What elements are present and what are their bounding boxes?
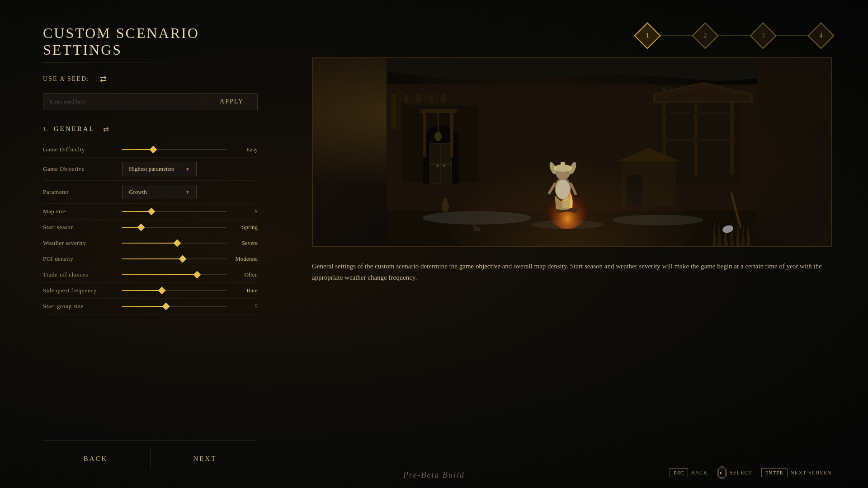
setting-control: Often: [122, 271, 258, 278]
slider-fill: [122, 290, 162, 291]
page-title: Custom Scenario Settings: [43, 25, 258, 58]
slider-track[interactable]: [122, 227, 226, 228]
setting-row: Start seasonSpring: [43, 220, 258, 235]
setting-label: Weather severity: [43, 239, 122, 247]
setting-row: POI densityModerate: [43, 251, 258, 267]
slider-value: Often: [233, 271, 258, 278]
slider-track[interactable]: [122, 290, 226, 291]
slider-track[interactable]: [122, 243, 226, 244]
slider-fill: [122, 149, 153, 150]
svg-rect-24: [662, 112, 730, 114]
step-diamond[interactable]: 2: [694, 25, 716, 47]
slider-thumb: [174, 239, 181, 247]
description-text: General settings of the custom scenario …: [312, 261, 832, 283]
setting-control: Rare: [122, 287, 258, 294]
right-panel: 1234: [298, 0, 868, 488]
step-connector: [716, 35, 752, 36]
slider-fill: [122, 211, 151, 212]
svg-rect-49: [420, 109, 457, 113]
setting-row: Game ObjectiveHighest parameters▼: [43, 158, 258, 181]
step-diamond[interactable]: 3: [752, 25, 774, 47]
setting-label: Trade-off choices: [43, 271, 122, 278]
setting-label: POI density: [43, 255, 122, 263]
left-panel: Custom Scenario Settings USE A SEED: ⇄ A…: [0, 0, 298, 488]
slider-value: S: [233, 208, 258, 215]
dropdown-value: Growth: [129, 188, 147, 196]
setting-label: Parameter: [43, 188, 122, 196]
setting-row: Trade-off choicesOften: [43, 267, 258, 283]
section-number: 1.: [43, 125, 48, 132]
seed-shuffle-button[interactable]: ⇄: [97, 72, 110, 86]
slider-track[interactable]: [122, 306, 226, 307]
slider-track[interactable]: [122, 211, 226, 212]
step-indicators: 1234: [312, 25, 832, 47]
setting-row: Game DifficultyEasy: [43, 142, 258, 158]
slider-thumb: [147, 208, 155, 216]
svg-rect-47: [423, 112, 426, 157]
setting-control: 5: [122, 303, 258, 310]
section-title: GENERAL: [54, 125, 95, 133]
section-shuffle-button[interactable]: ⇄: [100, 123, 112, 135]
preview-container: [312, 57, 832, 247]
slider-track[interactable]: [122, 274, 226, 275]
slider-thumb: [193, 271, 201, 279]
back-button[interactable]: BACK: [43, 448, 148, 470]
setting-label: Side quest frequency: [43, 287, 122, 294]
slider-thumb: [150, 146, 157, 154]
slider-thumb: [179, 255, 186, 263]
dropdown[interactable]: Highest parameters▼: [122, 162, 197, 176]
setting-label: Start group size: [43, 303, 122, 310]
setting-row: ParameterGrowth▼: [43, 181, 258, 204]
seed-input-row: APPLY: [43, 93, 258, 110]
settings-list: Game DifficultyEasyGame ObjectiveHighest…: [43, 142, 258, 314]
slider-value: 5: [233, 303, 258, 310]
description-emphasis: game objective: [459, 263, 500, 270]
slider-value: Easy: [233, 146, 258, 153]
title-underline: [43, 62, 224, 62]
step-number: 2: [704, 32, 707, 39]
step-connector: [774, 35, 810, 36]
dropdown-value: Highest parameters: [129, 165, 175, 173]
slider-value: Rare: [233, 287, 258, 294]
slider-thumb: [137, 224, 145, 231]
slider-track[interactable]: [122, 258, 226, 259]
setting-control: Highest parameters▼: [122, 162, 258, 176]
apply-button[interactable]: APPLY: [206, 93, 258, 110]
svg-point-51: [434, 132, 442, 141]
setting-row: Side quest frequencyRare: [43, 283, 258, 299]
seed-input[interactable]: [43, 93, 206, 110]
setting-row: Weather severitySevere: [43, 235, 258, 251]
setting-control: Spring: [122, 224, 258, 231]
setting-control: S: [122, 208, 258, 215]
step-number: 4: [820, 32, 823, 39]
setting-control: Growth▼: [122, 185, 258, 199]
seed-label: USE A SEED:: [43, 75, 90, 83]
step-number: 3: [762, 32, 765, 39]
step-item: 1: [637, 25, 694, 47]
description-box: General settings of the custom scenario …: [312, 256, 832, 283]
bottom-buttons: BACK NEXT: [43, 440, 258, 470]
step-diamond[interactable]: 4: [810, 25, 832, 47]
step-connector: [658, 35, 694, 36]
step-number: 1: [646, 32, 649, 39]
dropdown[interactable]: Growth▼: [122, 185, 197, 199]
setting-label: Game Objective: [43, 165, 122, 173]
scene-svg: [312, 57, 832, 247]
preview-image: [312, 57, 832, 247]
slider-value: Moderate: [233, 255, 258, 263]
setting-control: Easy: [122, 146, 258, 153]
slider-value: Severe: [233, 239, 258, 247]
step-item: 3: [752, 25, 810, 47]
slider-fill: [122, 258, 183, 259]
step-diamond[interactable]: 1: [637, 25, 658, 47]
slider-value: Spring: [233, 224, 258, 231]
next-button[interactable]: NEXT: [152, 448, 258, 470]
svg-point-18: [436, 164, 439, 167]
slider-thumb: [158, 287, 165, 295]
step-item: 2: [694, 25, 752, 47]
slider-fill: [122, 274, 197, 275]
setting-row: Map sizeS: [43, 204, 258, 220]
section-header: 1. GENERAL ⇄: [43, 123, 258, 135]
slider-track[interactable]: [122, 149, 226, 150]
chevron-down-icon: ▼: [185, 167, 190, 172]
